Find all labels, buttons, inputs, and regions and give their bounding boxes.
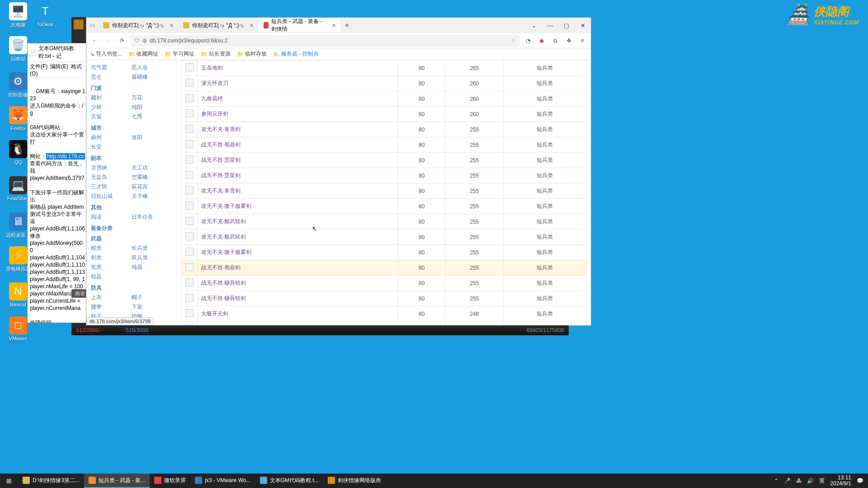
tray-clock[interactable]: 13:11 2024/9/1 [830, 475, 851, 487]
menu-icon[interactable]: ≡ [577, 38, 587, 44]
desktop-icon-ToDesk[interactable]: TToDesk [32, 2, 59, 27]
ublock-icon[interactable]: ◉ [537, 38, 547, 44]
taskbar-item[interactable]: 短兵类 - 武器 - 装... [84, 474, 150, 488]
dropdown-icon[interactable]: ⌄ [526, 22, 542, 29]
taskbar-item[interactable]: jx3 - VMware Wo... [190, 474, 255, 488]
sidebar-link[interactable]: 少林 [91, 103, 132, 112]
item-link[interactable]: 五岳地剑 [201, 65, 223, 71]
extension-icon[interactable]: ⧉ [550, 38, 560, 44]
item-link[interactable]: 战无不胜·罡星剑 [201, 172, 241, 178]
item-link[interactable]: 攻无不克·青霄剑 [201, 188, 241, 194]
sidebar-link[interactable]: 长安 [91, 142, 132, 152]
sidebar-link[interactable]: 阅读 [91, 212, 132, 222]
item-link[interactable]: 攻无不克·微子服雾剑 [201, 249, 251, 255]
sidebar-link[interactable]: 剑类 [91, 253, 132, 263]
tab-close-icon[interactable]: × [332, 22, 335, 29]
sidebar-link[interactable]: 帽子 [132, 293, 172, 302]
item-table-wrap[interactable]: 五岳地剑80265短兵类潇元环首刃80260短兵类九曲霜绝80260短兵类参同云… [177, 60, 591, 325]
sidebar-link[interactable]: 上衣 [91, 293, 132, 302]
browser-tab[interactable]: 你别走吖Σ(っ °Д °;)っ× [179, 19, 258, 32]
notepad-menubar[interactable]: 文件(F)编辑(E)格式(O) [28, 62, 88, 78]
sidebar-link[interactable]: 腰带 [91, 302, 132, 312]
menu-item[interactable]: 编辑(E) [50, 63, 68, 70]
item-link[interactable]: 战无不胜·蜀鼎剑 [201, 141, 241, 148]
tray-mic-icon[interactable]: 🎤 [784, 478, 791, 484]
tray-notification-icon[interactable]: 💬 [857, 478, 863, 484]
url-input[interactable]: 🛡 ⊘ db.178.com/jx3/equips/cl:6&su:2 ☆ [131, 35, 519, 47]
start-button[interactable]: ⊞ [0, 477, 18, 484]
bookmark-item[interactable]: 📁站长资源 [201, 50, 231, 58]
sidebar-link[interactable]: 无盐岛 [91, 173, 132, 182]
bookmark-item[interactable]: 📁临时存放 [237, 50, 267, 58]
sidebar-link[interactable]: 三才阵 [91, 182, 132, 192]
sidebar-link[interactable]: 万花 [132, 93, 172, 103]
sidebar-link[interactable]: 空雾峰 [132, 173, 172, 182]
sidebar-link[interactable]: 洛阳 [132, 133, 172, 142]
bookmark-item[interactable]: 📁收藏网址 [128, 50, 158, 58]
sidebar-link[interactable]: 纯阳 [132, 103, 172, 112]
tray-volume-icon[interactable]: 🔊 [807, 478, 814, 484]
bookmark-item[interactable]: 📁学习网址 [165, 50, 194, 58]
browser-tab[interactable]: 短兵类 - 武器 - 装备 - 剑侠情× [259, 19, 340, 32]
item-link[interactable]: 攻无不克·青霄剑 [201, 126, 241, 132]
notepad-titlebar[interactable]: 📄 文本GM代码教程.txt - 记 [28, 43, 88, 62]
sidebar-link[interactable]: 天工坊 [132, 163, 172, 173]
sidebar-link[interactable]: 日常任务 [132, 212, 172, 222]
forward-button[interactable]: → [104, 38, 113, 44]
item-link[interactable]: 战无不胜·穆吾轻剑 [201, 280, 246, 286]
minimize-button[interactable]: — [542, 22, 558, 29]
sidebar-link[interactable]: 恶人谷 [132, 63, 172, 72]
sidebar-link[interactable]: 日轮山城 [91, 192, 132, 201]
tab-close-icon[interactable]: × [250, 22, 253, 29]
browser-tab[interactable]: 你别走吖Σ(っ °Д °;)っ× [99, 19, 178, 32]
sidebar-link[interactable]: 下装 [132, 302, 172, 312]
sidebar-link[interactable]: 扬州 [91, 133, 132, 142]
item-link[interactable]: 潇元环首刃 [201, 80, 228, 86]
side-icon[interactable] [74, 19, 84, 29]
item-link[interactable]: 攻无不克·般武轻剑 [201, 218, 246, 225]
sidebar-link[interactable]: 灵霄峡 [91, 163, 132, 173]
item-link[interactable]: 攻无不克·微子服雾剑 [201, 203, 251, 209]
tray-network-icon[interactable]: 🖧 [796, 478, 802, 484]
puzzle-icon[interactable]: ❖ [564, 38, 574, 44]
sidebar-link[interactable]: 天子峰 [132, 192, 172, 201]
taskbar-item[interactable]: 剑侠情缘网络版叁 [323, 474, 386, 488]
new-tab-button[interactable]: + [341, 21, 353, 29]
back-button[interactable]: ← [90, 38, 100, 44]
taskbar-item[interactable]: 文本GM代码教程.t... [255, 474, 323, 488]
menu-item[interactable]: 文件(F) [30, 63, 47, 70]
item-link[interactable]: 参同云牙剑 [201, 111, 228, 117]
desktop-icon-此电脑[interactable]: 🖥️此电脑 [5, 2, 32, 28]
close-button[interactable]: ✕ [575, 22, 591, 29]
item-link[interactable]: 战无不胜·罡星剑 [201, 157, 241, 163]
maximize-button[interactable]: ▢ [558, 22, 575, 29]
taskbar-item[interactable]: 微软录屏 [150, 474, 190, 488]
sidebar-link[interactable]: 浩气盟 [91, 63, 132, 72]
notepad-content[interactable]: GM账号：xiayinge 123 进入GM权限的命令：/g GM代码网站： 这… [28, 78, 88, 323]
sidebar-link[interactable]: 七秀 [132, 112, 172, 122]
pocket-icon[interactable]: ◔ [523, 38, 533, 44]
sidebar-link[interactable]: 昆仑 [91, 72, 132, 82]
sidebar-link[interactable]: 暮晓峰 [132, 72, 172, 82]
reload-button[interactable]: ⟳ [117, 38, 127, 44]
tray-chevron-icon[interactable]: ⌃ [774, 478, 778, 484]
sidebar-link[interactable]: 棍类 [91, 244, 132, 253]
tab-close-icon[interactable]: × [170, 22, 173, 29]
sidebar-link[interactable]: 锐器 [91, 272, 132, 282]
item-link[interactable]: 太极开元剑 [201, 310, 228, 317]
sidebar-link[interactable]: 笔类 [91, 263, 132, 272]
sidebar-link[interactable]: 荻花宫 [132, 182, 172, 192]
tray-ime[interactable]: 英 [819, 477, 825, 485]
bookmark-star-icon[interactable]: ☆ [511, 38, 516, 44]
sidebar-link[interactable]: 纯器 [132, 263, 172, 272]
taskbar-item[interactable]: D:\剑侠情缘3第二... [18, 474, 84, 488]
tab-history-icon[interactable]: ▭ [90, 22, 95, 28]
sidebar-link[interactable]: 长兵类 [132, 244, 172, 253]
bookmark-item[interactable]: ↘导入书签... [90, 50, 122, 58]
sidebar-link[interactable]: 天策 [91, 112, 132, 122]
item-link[interactable]: 战无不胜·穆吾轻剑 [201, 295, 246, 301]
item-link[interactable]: 九曲霜绝 [201, 95, 223, 102]
sidebar-link[interactable]: 双兵类 [132, 253, 172, 263]
item-link[interactable]: 攻无不克·般武轻剑 [201, 234, 246, 240]
bookmark-item[interactable]: ⛅服务器 - 控制台 [273, 50, 319, 58]
